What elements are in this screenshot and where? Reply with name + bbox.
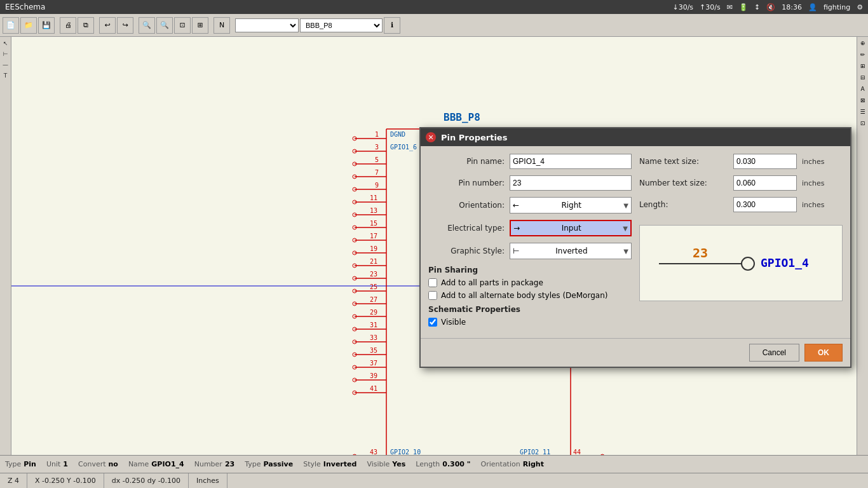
style-value: Inverted <box>323 460 357 468</box>
schematic-props-title: Schematic Properties <box>428 305 632 314</box>
zoom-out-button[interactable]: 🔍 <box>156 17 173 34</box>
pin-tool[interactable]: ⊢ <box>1 49 11 59</box>
undo-button[interactable]: ↩ <box>99 17 116 34</box>
open-button[interactable]: 📁 <box>20 17 37 34</box>
length-input[interactable] <box>733 197 797 212</box>
right-tool-4[interactable]: ⊟ <box>858 72 868 83</box>
length-label: Length: <box>639 200 728 209</box>
dialog-body: Pin name: Pin number: Orientation: ← Rig… <box>421 146 850 338</box>
right-tool-1[interactable]: ⊕ <box>858 38 868 48</box>
dialog-buttons: Cancel OK <box>421 338 850 367</box>
right-tool-7[interactable]: ☰ <box>858 107 868 117</box>
zoom-in-button[interactable]: 🔍 <box>139 17 155 34</box>
right-tool-2[interactable]: ✏ <box>858 50 868 60</box>
pin-sharing-title: Pin Sharing <box>428 266 632 274</box>
clock: 18:36 <box>782 3 802 11</box>
right-tool-3[interactable]: ⊞ <box>858 61 868 71</box>
settings-icon: ⚙ <box>857 3 863 11</box>
pin-name-label: Pin name: <box>428 157 505 166</box>
electrical-type-label: Electrical type: <box>428 224 505 233</box>
visible-status: Visible Yes <box>367 460 405 468</box>
pin-preview: 23 GPIO1_4 <box>639 225 843 301</box>
print-button[interactable]: 🖨 <box>60 17 76 34</box>
cursor-tool[interactable]: ↖ <box>1 38 11 48</box>
dialog-close-button[interactable]: ✕ <box>426 132 436 142</box>
orientation-label: Orientation: <box>428 201 505 210</box>
number-text-size-input[interactable] <box>733 175 797 191</box>
titlebar-right: ↓30/s ↑30/s ✉ 🔋 ↕ 🔇 18:36 👤 fighting ⚙ <box>672 3 863 11</box>
component-combo2[interactable]: BBB_P8 <box>300 18 383 32</box>
right-panel: Name text size: inches Number text size:… <box>639 154 843 330</box>
mute-icon: 🔇 <box>766 3 775 11</box>
component-combo1[interactable] <box>235 18 299 32</box>
wire-tool[interactable]: — <box>1 60 11 70</box>
z-segment: Z 4 <box>0 473 27 488</box>
electrical-type-row: Electrical type: → Input ▼ <box>428 220 632 236</box>
cancel-button[interactable]: Cancel <box>749 344 799 362</box>
number-status: Number 23 <box>194 460 235 468</box>
z-value: Z 4 <box>8 477 19 485</box>
cb1-label: Add to all parts in package <box>441 278 543 287</box>
unit-value: Inches <box>196 477 219 485</box>
graphic-style-select[interactable]: ⊢ Inverted ▼ <box>510 243 632 259</box>
battery-icon: 🔋 <box>739 3 748 11</box>
orientation-value: Right <box>561 201 581 210</box>
save-button[interactable]: 💾 <box>38 17 55 34</box>
pin-form: Pin name: Pin number: Orientation: ← Rig… <box>428 154 632 330</box>
number-label: Number <box>194 460 222 468</box>
name-text-size-input[interactable] <box>733 154 797 169</box>
redo-button[interactable]: ↪ <box>117 17 133 34</box>
schematic-props-section: Schematic Properties Visible <box>428 305 632 327</box>
user-icon: 👤 <box>808 3 817 11</box>
svg-text:GPIO1_4: GPIO1_4 <box>761 256 809 269</box>
length-stat-value: 0.300 " <box>442 460 470 468</box>
netlist-button[interactable]: N <box>214 17 230 34</box>
orientation-status: Orientation Right <box>481 460 544 468</box>
pin-properties-dialog: ✕ Pin Properties Pin name: Pin number: O… <box>419 127 851 368</box>
orientation-icon: ← <box>513 201 519 210</box>
pin-number-input[interactable] <box>510 175 632 191</box>
zoom-prev-button[interactable]: ⊞ <box>192 17 208 34</box>
visible-row: Visible <box>428 318 632 327</box>
electrical-type-select[interactable]: → Input ▼ <box>510 220 632 236</box>
coord-segment: X -0.250 Y -0.100 <box>27 473 104 488</box>
right-tool-6[interactable]: ⊠ <box>858 95 868 105</box>
right-tool-8[interactable]: ⊡ <box>858 118 868 128</box>
style-label: Style <box>303 460 321 468</box>
left-toolbar: ↖ ⊢ — T <box>0 37 11 455</box>
visible-checkbox[interactable] <box>428 318 437 327</box>
new-button[interactable]: 📄 <box>3 17 19 34</box>
type-value: Pin <box>24 460 36 468</box>
pin-number-row: Pin number: <box>428 175 632 191</box>
text-tool[interactable]: T <box>1 71 11 81</box>
ok-button[interactable]: OK <box>804 344 843 362</box>
pin-name-input[interactable] <box>510 154 632 169</box>
type2-label: Type <box>245 460 261 468</box>
number-text-size-row: Number text size: inches <box>639 175 843 191</box>
electrical-type-arrow: ▼ <box>623 225 628 232</box>
cb2-row: Add to all alternate body styles (DeMorg… <box>428 291 632 300</box>
orientation-arrow: ▼ <box>623 202 628 209</box>
orientation-select[interactable]: ← Right ▼ <box>510 197 632 214</box>
right-tool-5[interactable]: A <box>858 84 868 94</box>
infobar: Z 4 X -0.250 Y -0.100 dx -0.250 dy -0.10… <box>0 473 868 488</box>
svg-text:23: 23 <box>693 245 708 261</box>
name-label: Name <box>128 460 149 468</box>
graphic-style-label: Graphic Style: <box>428 247 505 255</box>
cb1-checkbox[interactable] <box>428 278 437 287</box>
number-value: 23 <box>225 460 234 468</box>
cb2-checkbox[interactable] <box>428 291 437 300</box>
visible-label: Visible <box>441 318 466 327</box>
convert-value: no <box>109 460 118 468</box>
zoom-fit-button[interactable]: ⊡ <box>174 17 191 34</box>
length-unit: inches <box>802 201 825 209</box>
name-status: Name GPIO1_4 <box>128 460 184 468</box>
name-text-size-label: Name text size: <box>639 157 728 166</box>
electrical-type-icon: → <box>513 224 520 233</box>
titlebar: EESchema ↓30/s ↑30/s ✉ 🔋 ↕ 🔇 18:36 👤 fig… <box>0 0 868 14</box>
unit-value: 1 <box>63 460 68 468</box>
copy-button[interactable]: ⧉ <box>78 17 94 34</box>
visible-stat-label: Visible <box>367 460 390 468</box>
component-info-button[interactable]: ℹ <box>384 17 400 34</box>
type2-status: Type Passive <box>245 460 293 468</box>
